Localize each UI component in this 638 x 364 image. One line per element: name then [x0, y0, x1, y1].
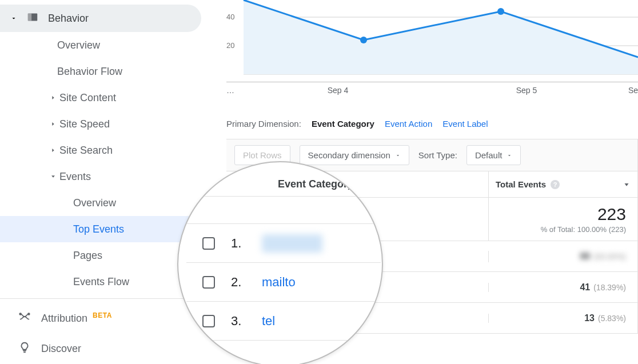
beta-badge: BETA: [93, 311, 112, 319]
primary-dimension-row: Primary Dimension: Event Category Event …: [226, 119, 638, 129]
mag-row: 1.: [186, 224, 381, 263]
sort-descending-icon: [623, 179, 631, 189]
caret-right-icon: [49, 121, 57, 127]
nav-events[interactable]: Events: [0, 163, 215, 190]
caret-right-icon: [49, 147, 57, 153]
nav-behavior-overview[interactable]: Overview: [0, 32, 215, 58]
row-checkbox[interactable]: [202, 237, 215, 250]
column-total-events[interactable]: Total Events ?: [489, 171, 637, 197]
nav-behavior-flow[interactable]: Behavior Flow: [0, 58, 215, 85]
lightbulb-icon: [18, 341, 31, 357]
row-checkbox[interactable]: [202, 315, 215, 327]
caret-down-icon: [507, 150, 512, 160]
chart-x-axis: … Sep 4 Sep 5 Se: [226, 82, 638, 95]
svg-rect-1: [28, 13, 31, 21]
nav-attribution[interactable]: Attribution BETA: [0, 302, 215, 333]
nav-label: Behavior: [48, 13, 89, 25]
attribution-icon: [18, 310, 31, 326]
nav-discover[interactable]: Discover: [0, 333, 215, 364]
behavior-icon: [26, 11, 39, 26]
primary-dimension-label: Primary Dimension:: [226, 119, 301, 129]
caret-down-icon: [49, 174, 57, 179]
nav-events-overview[interactable]: Overview: [0, 190, 215, 216]
nav-label: Discover: [41, 343, 81, 355]
line-chart[interactable]: 40 20: [226, 0, 638, 80]
mag-row: 3. tel: [186, 302, 381, 341]
nav-label: Attribution: [41, 313, 87, 324]
nav-site-content[interactable]: Site Content: [0, 85, 215, 111]
tab-event-category[interactable]: Event Category: [312, 119, 374, 129]
row-checkbox[interactable]: [202, 276, 215, 289]
event-category-link[interactable]: tel: [262, 314, 275, 329]
mag-row: 2. mailto: [186, 263, 381, 302]
tab-event-label[interactable]: Event Label: [442, 119, 488, 129]
event-category-link[interactable]: mailto: [262, 275, 296, 290]
nav-site-search[interactable]: Site Search: [0, 137, 215, 163]
tab-event-action[interactable]: Event Action: [385, 119, 432, 129]
row-value: 13(5.83%): [489, 313, 637, 323]
row-value: 41(18.39%): [489, 282, 637, 293]
caret-down-icon: [395, 150, 401, 160]
sidebar: Behavior Overview Behavior Flow Site Con…: [0, 0, 215, 364]
svg-point-2: [19, 313, 21, 315]
row-value: 00(00.00%): [489, 251, 637, 262]
sort-type-label: Sort Type:: [418, 150, 457, 160]
chart: 40 20 … Sep 4 Sep 5 Se: [226, 0, 638, 91]
total-events-summary: 223 % of Total: 100.00% (223): [489, 198, 637, 241]
svg-point-7: [360, 37, 367, 43]
event-category-link[interactable]: [262, 234, 322, 253]
secondary-dimension-select[interactable]: Secondary dimension: [300, 145, 409, 165]
svg-point-8: [497, 8, 504, 15]
help-icon[interactable]: ?: [551, 180, 560, 189]
svg-point-3: [28, 313, 30, 315]
ytick: 20: [226, 41, 234, 50]
magnifier-overlay: Event Category ? 1. 2. mailto 3. tel: [177, 161, 383, 364]
caret-right-icon: [49, 95, 57, 101]
ytick: 40: [226, 13, 234, 21]
nav-behavior[interactable]: Behavior: [0, 5, 201, 32]
nav-site-speed[interactable]: Site Speed: [0, 111, 215, 137]
sort-type-select[interactable]: Default: [466, 145, 521, 165]
caret-down-icon: [10, 13, 17, 25]
